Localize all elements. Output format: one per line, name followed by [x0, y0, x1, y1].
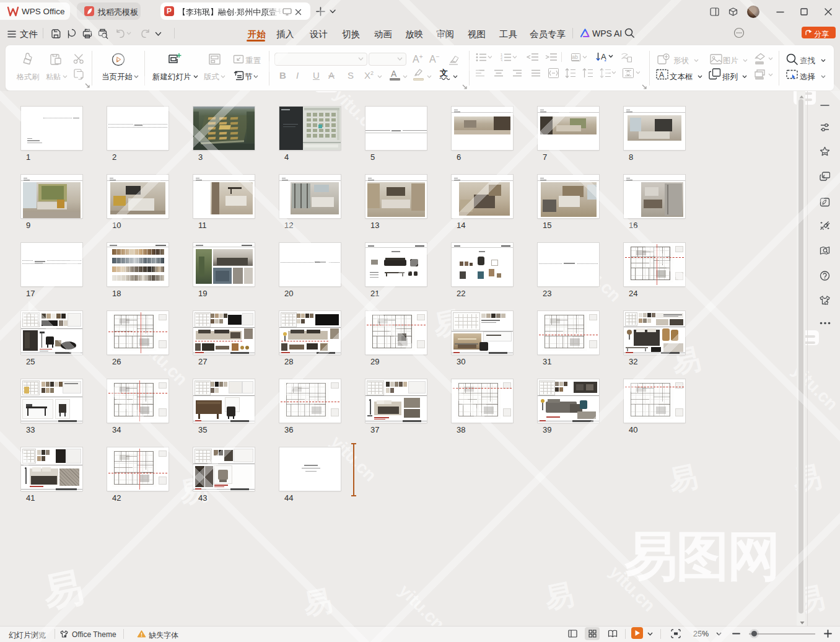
svg-text:3: 3	[501, 59, 502, 61]
svg-text:A: A	[659, 71, 664, 79]
svg-text:A: A	[601, 52, 606, 61]
svg-text:ab: ab	[572, 54, 578, 60]
